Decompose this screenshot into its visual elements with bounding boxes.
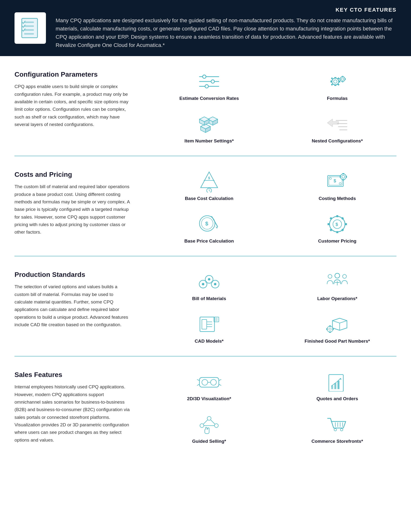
svg-line-117: [219, 384, 221, 385]
header-icon-box: [15, 12, 46, 44]
svg-point-125: [215, 424, 218, 428]
svg-rect-69: [327, 223, 329, 225]
main-content: Configuration Parameters CPQ apps enable…: [0, 56, 411, 456]
feature-label-costing-methods: Costing Methods: [319, 196, 356, 201]
svg-rect-26: [345, 78, 346, 80]
feature-label-base-cost: Base Cost Calculation: [185, 196, 234, 201]
svg-line-126: [203, 420, 208, 424]
gears-icon: [325, 71, 349, 92]
section-left-production: Production Standards The selection of va…: [15, 271, 131, 328]
svg-line-101: [332, 321, 340, 323]
feature-label-guided-selling: Guided Selling*: [192, 439, 226, 444]
feature-base-cost-calc: $ Base Cost Calculation: [150, 171, 268, 201]
section-left-config: Configuration Parameters CPQ apps enable…: [15, 71, 131, 128]
svg-text:$: $: [336, 222, 338, 227]
svg-rect-4: [24, 33, 34, 35]
feature-labor-operations: Labor Operations*: [278, 271, 396, 301]
section-body-costs: The custom bill of material and required…: [15, 183, 131, 236]
header-text-area: KEY CTO FEATURES Many CPQ applications a…: [56, 7, 396, 49]
svg-rect-58: [346, 176, 347, 178]
svg-point-112: [211, 380, 216, 385]
nested-list-icon: [325, 113, 349, 135]
feature-label-estimate-conversion: Estimate Conversion Rates: [179, 96, 239, 101]
section-right-config: Estimate Conversion Rates: [150, 71, 396, 144]
section-right-production: Bill of Materials: [150, 271, 396, 344]
svg-rect-106: [329, 325, 331, 327]
chart-doc-icon: [325, 371, 349, 393]
header-body: Many CPQ applications are designed exclu…: [56, 17, 396, 49]
feature-label-customer-pricing: Customer Pricing: [318, 238, 356, 244]
svg-point-134: [340, 428, 343, 431]
svg-point-124: [200, 424, 204, 428]
svg-rect-108: [326, 328, 327, 330]
svg-rect-14: [334, 84, 336, 86]
feature-finished-good: Finished Good Part Numbers*: [278, 314, 396, 344]
svg-point-87: [335, 273, 340, 278]
svg-rect-57: [340, 176, 341, 178]
svg-point-51: [329, 178, 331, 180]
svg-point-54: [342, 175, 345, 178]
section-right-costs: $ Base Cost Calculation: [150, 171, 396, 244]
feature-label-nested-configs: Nested Configurations*: [312, 138, 363, 144]
section-body-production: The selection of varied options and valu…: [15, 283, 131, 328]
svg-rect-55: [342, 173, 344, 174]
section-heading-sales: Sales Features: [15, 371, 131, 379]
svg-line-115: [197, 384, 199, 385]
svg-point-88: [343, 275, 346, 278]
svg-text:$: $: [208, 176, 210, 180]
dollar-pencil-icon: $: [197, 213, 221, 235]
svg-point-10: [205, 85, 208, 88]
feature-label-base-price: Base Price Calculation: [185, 238, 234, 244]
feature-estimate-conversion-rates: Estimate Conversion Rates: [150, 71, 268, 101]
svg-point-22: [341, 78, 344, 80]
hand-network-icon: [197, 414, 221, 435]
feature-label-labor-ops: Labor Operations*: [317, 296, 357, 301]
section-left-sales: Sales Features Internal employees histor…: [15, 371, 131, 444]
section-costs-pricing: Costs and Pricing The custom bill of mat…: [15, 156, 396, 256]
svg-point-86: [328, 275, 332, 278]
svg-rect-25: [339, 78, 340, 80]
svg-rect-92: [202, 319, 207, 329]
section-sales: Sales Features Internal employees histor…: [15, 356, 396, 456]
feature-storefronts: Commerce Storefronts*: [278, 414, 396, 444]
section-production: Production Standards The selection of va…: [15, 256, 396, 356]
feature-label-formulas: Formulas: [327, 96, 348, 101]
feature-visualization: 2D/3D Visualization*: [150, 371, 268, 401]
svg-text:$: $: [205, 220, 208, 227]
feature-label-visualization: 2D/3D Visualization*: [187, 396, 231, 401]
cad-icon: [197, 314, 221, 335]
feature-base-price-calc: $ Base Price Calculation: [150, 213, 268, 244]
section-right-sales: 2D/3D Visualization*: [150, 371, 396, 444]
svg-rect-3: [24, 29, 34, 31]
feature-label-quotes: Quotes and Orders: [317, 396, 358, 401]
feature-label-cad: CAD Models*: [195, 339, 223, 344]
svg-rect-1: [24, 21, 34, 23]
svg-rect-15: [330, 81, 332, 83]
svg-point-83: [202, 283, 204, 285]
feature-item-number-settings: Item Number Settings*: [150, 113, 268, 144]
svg-point-52: [339, 183, 341, 184]
feature-guided-selling: Guided Selling*: [150, 414, 268, 444]
svg-point-123: [207, 416, 211, 420]
feature-nested-configs: Nested Configurations*: [278, 113, 396, 144]
svg-rect-16: [339, 81, 340, 83]
svg-text:$: $: [334, 179, 336, 183]
pyramid-icon: $: [197, 171, 221, 192]
svg-line-116: [219, 380, 221, 381]
svg-point-85: [214, 283, 216, 285]
svg-point-105: [329, 328, 331, 330]
sliders-icon: [197, 71, 221, 92]
section-left-costs: Costs and Pricing The custom bill of mat…: [15, 171, 131, 236]
svg-point-133: [334, 428, 336, 431]
section-heading-production: Production Standards: [15, 271, 131, 279]
svg-rect-70: [345, 223, 347, 225]
section-heading-config: Configuration Parameters: [15, 71, 131, 78]
svg-line-63: [211, 216, 212, 217]
box-gears-icon: [325, 314, 349, 335]
feature-label-item-number: Item Number Settings*: [185, 138, 234, 144]
feature-quotes-orders: Quotes and Orders: [278, 371, 396, 401]
people-circles-icon: [197, 271, 221, 293]
vr-headset-icon: [197, 371, 221, 393]
section-config-params: Configuration Parameters CPQ apps enable…: [15, 56, 396, 156]
svg-rect-67: [336, 215, 338, 217]
